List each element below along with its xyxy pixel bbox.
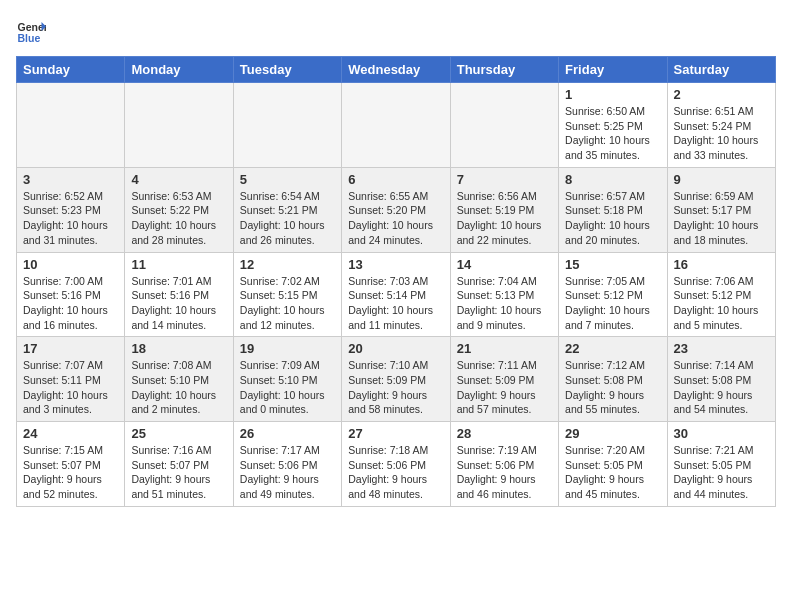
calendar-cell: 11Sunrise: 7:01 AMSunset: 5:16 PMDayligh…	[125, 252, 233, 337]
calendar-cell: 6Sunrise: 6:55 AMSunset: 5:20 PMDaylight…	[342, 167, 450, 252]
day-info: Sunrise: 7:08 AMSunset: 5:10 PMDaylight:…	[131, 358, 226, 417]
calendar-header-row: SundayMondayTuesdayWednesdayThursdayFrid…	[17, 57, 776, 83]
calendar-cell	[450, 83, 558, 168]
calendar-week-row: 1Sunrise: 6:50 AMSunset: 5:25 PMDaylight…	[17, 83, 776, 168]
day-info: Sunrise: 6:54 AMSunset: 5:21 PMDaylight:…	[240, 189, 335, 248]
day-number: 21	[457, 341, 552, 356]
day-info: Sunrise: 7:15 AMSunset: 5:07 PMDaylight:…	[23, 443, 118, 502]
logo-icon: General Blue	[16, 16, 46, 46]
weekday-header: Saturday	[667, 57, 775, 83]
day-info: Sunrise: 7:00 AMSunset: 5:16 PMDaylight:…	[23, 274, 118, 333]
day-info: Sunrise: 7:19 AMSunset: 5:06 PMDaylight:…	[457, 443, 552, 502]
weekday-header: Sunday	[17, 57, 125, 83]
calendar-cell: 22Sunrise: 7:12 AMSunset: 5:08 PMDayligh…	[559, 337, 667, 422]
calendar-cell: 8Sunrise: 6:57 AMSunset: 5:18 PMDaylight…	[559, 167, 667, 252]
day-number: 5	[240, 172, 335, 187]
day-number: 28	[457, 426, 552, 441]
calendar-cell: 30Sunrise: 7:21 AMSunset: 5:05 PMDayligh…	[667, 422, 775, 507]
calendar-cell: 19Sunrise: 7:09 AMSunset: 5:10 PMDayligh…	[233, 337, 341, 422]
calendar-cell: 16Sunrise: 7:06 AMSunset: 5:12 PMDayligh…	[667, 252, 775, 337]
calendar-cell: 26Sunrise: 7:17 AMSunset: 5:06 PMDayligh…	[233, 422, 341, 507]
calendar-cell: 9Sunrise: 6:59 AMSunset: 5:17 PMDaylight…	[667, 167, 775, 252]
calendar-week-row: 24Sunrise: 7:15 AMSunset: 5:07 PMDayligh…	[17, 422, 776, 507]
day-number: 30	[674, 426, 769, 441]
day-info: Sunrise: 7:17 AMSunset: 5:06 PMDaylight:…	[240, 443, 335, 502]
calendar-cell: 17Sunrise: 7:07 AMSunset: 5:11 PMDayligh…	[17, 337, 125, 422]
day-number: 13	[348, 257, 443, 272]
day-info: Sunrise: 6:57 AMSunset: 5:18 PMDaylight:…	[565, 189, 660, 248]
day-number: 24	[23, 426, 118, 441]
day-number: 10	[23, 257, 118, 272]
day-info: Sunrise: 7:12 AMSunset: 5:08 PMDaylight:…	[565, 358, 660, 417]
day-info: Sunrise: 6:55 AMSunset: 5:20 PMDaylight:…	[348, 189, 443, 248]
day-info: Sunrise: 7:20 AMSunset: 5:05 PMDaylight:…	[565, 443, 660, 502]
day-number: 17	[23, 341, 118, 356]
day-number: 29	[565, 426, 660, 441]
calendar-cell: 21Sunrise: 7:11 AMSunset: 5:09 PMDayligh…	[450, 337, 558, 422]
header: General Blue	[16, 16, 776, 46]
day-number: 27	[348, 426, 443, 441]
calendar-cell: 5Sunrise: 6:54 AMSunset: 5:21 PMDaylight…	[233, 167, 341, 252]
day-info: Sunrise: 6:59 AMSunset: 5:17 PMDaylight:…	[674, 189, 769, 248]
day-info: Sunrise: 7:21 AMSunset: 5:05 PMDaylight:…	[674, 443, 769, 502]
day-number: 11	[131, 257, 226, 272]
day-info: Sunrise: 7:11 AMSunset: 5:09 PMDaylight:…	[457, 358, 552, 417]
weekday-header: Tuesday	[233, 57, 341, 83]
day-number: 3	[23, 172, 118, 187]
day-info: Sunrise: 7:18 AMSunset: 5:06 PMDaylight:…	[348, 443, 443, 502]
calendar-cell: 18Sunrise: 7:08 AMSunset: 5:10 PMDayligh…	[125, 337, 233, 422]
day-info: Sunrise: 6:52 AMSunset: 5:23 PMDaylight:…	[23, 189, 118, 248]
day-info: Sunrise: 7:04 AMSunset: 5:13 PMDaylight:…	[457, 274, 552, 333]
svg-text:Blue: Blue	[18, 32, 41, 44]
calendar-week-row: 10Sunrise: 7:00 AMSunset: 5:16 PMDayligh…	[17, 252, 776, 337]
calendar-cell: 10Sunrise: 7:00 AMSunset: 5:16 PMDayligh…	[17, 252, 125, 337]
day-number: 7	[457, 172, 552, 187]
day-info: Sunrise: 7:06 AMSunset: 5:12 PMDaylight:…	[674, 274, 769, 333]
weekday-header: Monday	[125, 57, 233, 83]
day-number: 19	[240, 341, 335, 356]
day-number: 1	[565, 87, 660, 102]
calendar-cell: 20Sunrise: 7:10 AMSunset: 5:09 PMDayligh…	[342, 337, 450, 422]
day-number: 25	[131, 426, 226, 441]
calendar-cell: 23Sunrise: 7:14 AMSunset: 5:08 PMDayligh…	[667, 337, 775, 422]
calendar-week-row: 3Sunrise: 6:52 AMSunset: 5:23 PMDaylight…	[17, 167, 776, 252]
day-number: 18	[131, 341, 226, 356]
day-number: 22	[565, 341, 660, 356]
calendar-cell: 27Sunrise: 7:18 AMSunset: 5:06 PMDayligh…	[342, 422, 450, 507]
day-number: 2	[674, 87, 769, 102]
day-number: 16	[674, 257, 769, 272]
logo: General Blue	[16, 16, 46, 46]
day-number: 14	[457, 257, 552, 272]
day-info: Sunrise: 7:14 AMSunset: 5:08 PMDaylight:…	[674, 358, 769, 417]
day-number: 8	[565, 172, 660, 187]
day-info: Sunrise: 7:02 AMSunset: 5:15 PMDaylight:…	[240, 274, 335, 333]
day-number: 4	[131, 172, 226, 187]
calendar-cell: 3Sunrise: 6:52 AMSunset: 5:23 PMDaylight…	[17, 167, 125, 252]
calendar-cell: 13Sunrise: 7:03 AMSunset: 5:14 PMDayligh…	[342, 252, 450, 337]
weekday-header: Wednesday	[342, 57, 450, 83]
calendar-week-row: 17Sunrise: 7:07 AMSunset: 5:11 PMDayligh…	[17, 337, 776, 422]
day-info: Sunrise: 6:53 AMSunset: 5:22 PMDaylight:…	[131, 189, 226, 248]
calendar-cell: 15Sunrise: 7:05 AMSunset: 5:12 PMDayligh…	[559, 252, 667, 337]
calendar-cell: 28Sunrise: 7:19 AMSunset: 5:06 PMDayligh…	[450, 422, 558, 507]
calendar-cell: 12Sunrise: 7:02 AMSunset: 5:15 PMDayligh…	[233, 252, 341, 337]
calendar-cell: 14Sunrise: 7:04 AMSunset: 5:13 PMDayligh…	[450, 252, 558, 337]
weekday-header: Thursday	[450, 57, 558, 83]
day-number: 9	[674, 172, 769, 187]
calendar-cell: 4Sunrise: 6:53 AMSunset: 5:22 PMDaylight…	[125, 167, 233, 252]
day-number: 6	[348, 172, 443, 187]
calendar-cell	[125, 83, 233, 168]
calendar-cell: 2Sunrise: 6:51 AMSunset: 5:24 PMDaylight…	[667, 83, 775, 168]
calendar-cell: 24Sunrise: 7:15 AMSunset: 5:07 PMDayligh…	[17, 422, 125, 507]
day-number: 15	[565, 257, 660, 272]
calendar-cell	[342, 83, 450, 168]
day-number: 20	[348, 341, 443, 356]
calendar-cell: 1Sunrise: 6:50 AMSunset: 5:25 PMDaylight…	[559, 83, 667, 168]
calendar-cell: 25Sunrise: 7:16 AMSunset: 5:07 PMDayligh…	[125, 422, 233, 507]
day-number: 23	[674, 341, 769, 356]
day-info: Sunrise: 6:50 AMSunset: 5:25 PMDaylight:…	[565, 104, 660, 163]
day-info: Sunrise: 7:16 AMSunset: 5:07 PMDaylight:…	[131, 443, 226, 502]
calendar-body: 1Sunrise: 6:50 AMSunset: 5:25 PMDaylight…	[17, 83, 776, 507]
calendar-table: SundayMondayTuesdayWednesdayThursdayFrid…	[16, 56, 776, 507]
day-info: Sunrise: 7:05 AMSunset: 5:12 PMDaylight:…	[565, 274, 660, 333]
